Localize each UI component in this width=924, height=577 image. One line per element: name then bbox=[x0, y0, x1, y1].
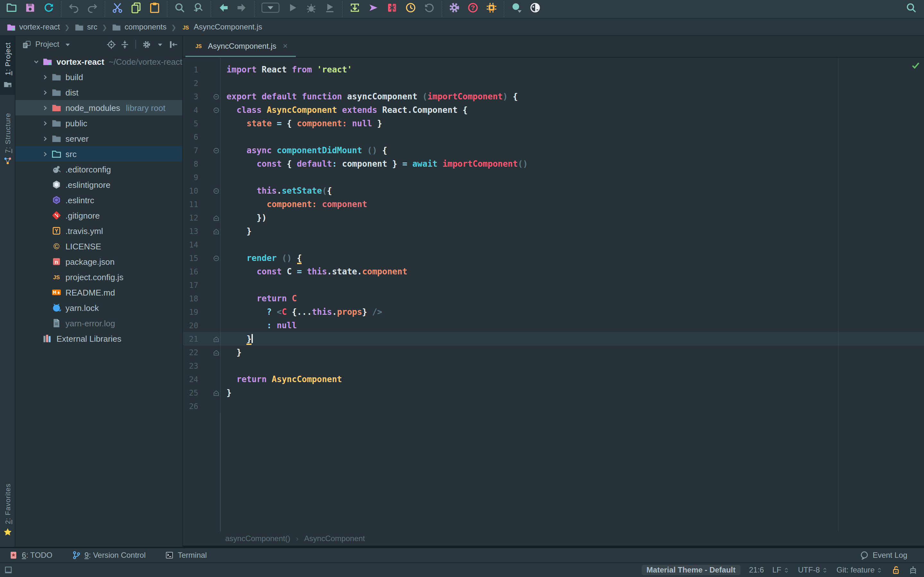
code-line-11[interactable]: 11 component: component bbox=[183, 197, 924, 211]
code-line-1[interactable]: 1import React from 'react' bbox=[183, 63, 924, 76]
code-line-20[interactable]: 20 : null bbox=[183, 319, 924, 332]
editor-tab-asynccomponent[interactable]: JS AsyncComponent.js × bbox=[186, 36, 296, 57]
tab-close-icon[interactable]: × bbox=[283, 41, 288, 51]
search-everywhere-icon[interactable] bbox=[905, 1, 918, 17]
fold-close-icon[interactable] bbox=[198, 389, 223, 396]
inspections-ok-icon[interactable] bbox=[911, 61, 920, 70]
tree-item-external-libraries[interactable]: External Libraries bbox=[15, 331, 182, 346]
diff-icon[interactable] bbox=[386, 1, 399, 17]
tree-item--eslintignore[interactable]: .eslintignore bbox=[15, 177, 182, 192]
editor-breadcrumb-item[interactable]: asyncComponent() bbox=[225, 534, 290, 543]
fold-close-icon[interactable] bbox=[198, 227, 223, 235]
fold-open-icon[interactable] bbox=[198, 93, 223, 100]
deploy-icon[interactable] bbox=[367, 1, 380, 17]
fold-close-icon[interactable] bbox=[198, 214, 223, 221]
cut-icon[interactable] bbox=[111, 1, 124, 17]
tool-window-button-terminal[interactable]: Terminal bbox=[165, 551, 207, 560]
tool-window-button-favorites[interactable]: 2: Favorites bbox=[3, 477, 12, 543]
update-project-icon[interactable] bbox=[349, 1, 361, 17]
tree-collapsed-chevron-icon[interactable] bbox=[41, 73, 51, 81]
run-coverage-icon[interactable] bbox=[323, 1, 336, 17]
status-theme[interactable]: Material Theme - Default bbox=[641, 565, 740, 575]
status-encoding[interactable]: UTF-8 bbox=[798, 566, 828, 574]
unlock-icon[interactable] bbox=[891, 566, 900, 574]
code-line-22[interactable]: 22 } bbox=[183, 346, 924, 359]
code-line-7[interactable]: 7 async componentDidMount () { bbox=[183, 143, 924, 157]
hide-panel-icon[interactable] bbox=[169, 39, 178, 49]
settings-gear-icon[interactable] bbox=[142, 39, 152, 49]
caret-down-icon[interactable] bbox=[63, 39, 73, 49]
replace-icon[interactable] bbox=[192, 1, 205, 17]
undo-icon[interactable] bbox=[67, 1, 80, 17]
tree-item-src[interactable]: src bbox=[15, 146, 182, 161]
code-line-18[interactable]: 18 return C bbox=[183, 292, 924, 305]
code-line-12[interactable]: 12 }) bbox=[183, 211, 924, 224]
plugins-icon[interactable] bbox=[485, 1, 498, 17]
editor-empty-space[interactable] bbox=[220, 413, 924, 532]
save-all-icon[interactable] bbox=[24, 1, 37, 17]
tree-item--eslintrc[interactable]: .eslintrc bbox=[15, 192, 182, 208]
tool-window-button-structure[interactable]: 7: Structure bbox=[0, 106, 15, 172]
find-icon[interactable] bbox=[173, 1, 186, 17]
code-line-26[interactable]: 26 bbox=[183, 400, 924, 413]
breadcrumb-item[interactable]: src bbox=[74, 22, 97, 32]
breadcrumb-item[interactable]: JSAsyncComponent.js bbox=[181, 22, 262, 32]
screencast-icon[interactable] bbox=[510, 1, 523, 17]
code-line-15[interactable]: 15 render () { bbox=[183, 251, 924, 265]
fold-open-icon[interactable] bbox=[198, 187, 223, 195]
tree-item-yarn-lock[interactable]: yarn.lock bbox=[15, 300, 182, 316]
tree-collapsed-chevron-icon[interactable] bbox=[41, 119, 51, 127]
help-icon[interactable]: ? bbox=[467, 1, 479, 17]
tree-item-package-json[interactable]: npackage.json bbox=[15, 254, 182, 269]
breadcrumb-item[interactable]: components bbox=[111, 22, 166, 32]
fold-close-icon[interactable] bbox=[198, 348, 223, 356]
tree-item-public[interactable]: public bbox=[15, 115, 182, 131]
run-config-combo-icon[interactable] bbox=[260, 1, 280, 17]
code-line-3[interactable]: 3export default function asyncComponent … bbox=[183, 90, 924, 103]
locate-icon[interactable] bbox=[107, 39, 116, 49]
copy-icon[interactable] bbox=[129, 1, 142, 17]
tree-expanded-chevron-icon[interactable] bbox=[32, 57, 42, 66]
code-line-9[interactable]: 9 bbox=[183, 171, 924, 184]
breadcrumb-item[interactable]: vortex-react bbox=[6, 22, 60, 32]
theme-toggle-icon[interactable] bbox=[529, 1, 541, 17]
tool-window-button-version-control[interactable]: 9: Version Control bbox=[71, 551, 145, 560]
run-icon[interactable] bbox=[286, 1, 299, 17]
settings-icon[interactable] bbox=[448, 1, 461, 17]
tree-collapsed-chevron-icon[interactable] bbox=[41, 150, 51, 158]
fold-close-icon[interactable] bbox=[198, 335, 223, 343]
tree-item-server[interactable]: server bbox=[15, 131, 182, 146]
code-editor[interactable]: 1import React from 'react'23export defau… bbox=[183, 58, 924, 532]
caret-down-icon[interactable] bbox=[155, 39, 165, 49]
code-line-4[interactable]: 4 class AsyncComponent extends React.Com… bbox=[183, 103, 924, 117]
tree-item--editorconfig[interactable]: .editorconfig bbox=[15, 161, 182, 177]
tree-collapsed-chevron-icon[interactable] bbox=[41, 88, 51, 97]
code-line-24[interactable]: 24 return AsyncComponent bbox=[183, 372, 924, 386]
open-folder-icon[interactable] bbox=[5, 1, 18, 17]
tool-window-button-project[interactable]: 1: Project bbox=[0, 36, 15, 95]
status-git-branch[interactable]: Git: feature bbox=[837, 566, 883, 574]
tree-item--gitignore[interactable]: .gitignore bbox=[15, 208, 182, 223]
code-line-23[interactable]: 23 bbox=[183, 359, 924, 372]
inspector-hector-icon[interactable] bbox=[909, 566, 918, 574]
fold-open-icon[interactable] bbox=[198, 147, 223, 154]
paste-icon[interactable] bbox=[148, 1, 161, 17]
tree-item-readme-md[interactable]: README.md bbox=[15, 285, 182, 300]
code-line-21[interactable]: 21 } bbox=[183, 332, 924, 346]
fold-open-icon[interactable] bbox=[198, 254, 223, 262]
code-line-14[interactable]: 14 bbox=[183, 238, 924, 251]
window-toggle-icon[interactable] bbox=[4, 566, 13, 574]
forward-icon[interactable] bbox=[236, 1, 248, 17]
code-line-13[interactable]: 13 } bbox=[183, 224, 924, 238]
code-line-10[interactable]: 10 this.setState({ bbox=[183, 184, 924, 197]
code-line-19[interactable]: 19 ? <C {...this.props} /> bbox=[183, 305, 924, 319]
code-line-16[interactable]: 16 const C = this.state.component bbox=[183, 265, 924, 278]
back-icon[interactable] bbox=[217, 1, 230, 17]
code-line-25[interactable]: 25} bbox=[183, 386, 924, 400]
tool-window-button-todo[interactable]: 6: TODO bbox=[9, 551, 52, 560]
tree-collapsed-chevron-icon[interactable] bbox=[41, 134, 51, 143]
tree-item-node-modules[interactable]: node_moduleslibrary root bbox=[15, 100, 182, 115]
sync-icon[interactable] bbox=[42, 1, 55, 17]
code-line-5[interactable]: 5 state = { component: null } bbox=[183, 117, 924, 130]
editor-breadcrumb-item[interactable]: AsyncComponent bbox=[304, 534, 365, 543]
